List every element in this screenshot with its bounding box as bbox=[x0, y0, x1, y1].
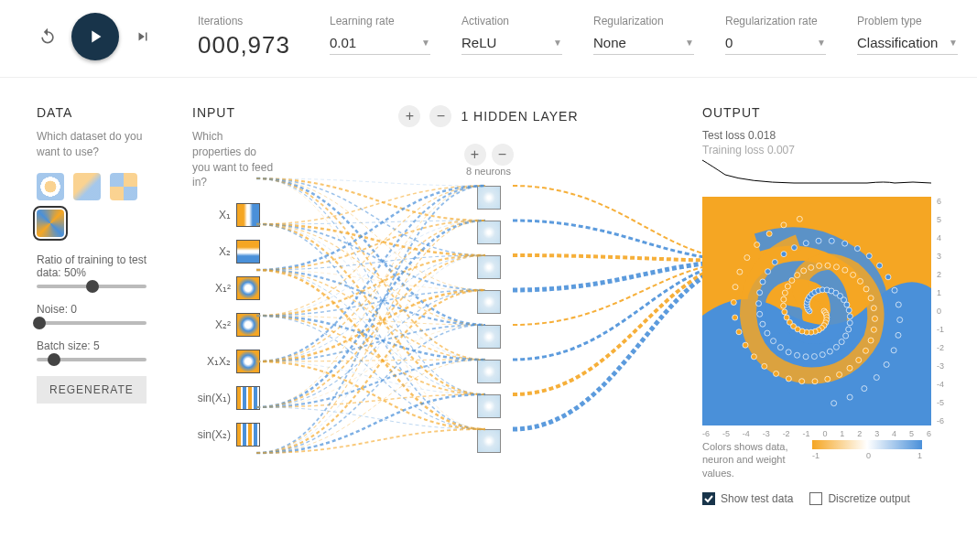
feature-3[interactable]: X₂² bbox=[192, 313, 275, 337]
svg-point-84 bbox=[833, 344, 839, 350]
svg-point-93 bbox=[765, 330, 770, 336]
legend-mid: 0 bbox=[866, 451, 871, 460]
ratio-label: Ratio of training to test data: 50% bbox=[37, 253, 156, 279]
svg-point-95 bbox=[757, 311, 763, 317]
svg-point-19 bbox=[781, 303, 787, 308]
svg-point-38 bbox=[868, 338, 874, 343]
legend-text: Colors shows data, neuron and weight val… bbox=[702, 440, 803, 479]
dataset-spiral[interactable] bbox=[37, 210, 64, 237]
learning-rate-select[interactable]: Learning rate 0.01▼ bbox=[330, 15, 430, 59]
tick: -4 bbox=[743, 429, 750, 438]
select-value: 0 bbox=[725, 35, 733, 50]
svg-point-90 bbox=[786, 350, 791, 355]
slider-thumb[interactable] bbox=[86, 280, 99, 293]
feature-1[interactable]: X₂ bbox=[192, 240, 275, 264]
dataset-picker bbox=[37, 173, 156, 237]
tick: 3 bbox=[937, 252, 944, 261]
problem-type-select[interactable]: Problem type Classification▼ bbox=[857, 15, 958, 59]
neuron-1[interactable] bbox=[477, 221, 501, 244]
remove-neuron-button[interactable]: − bbox=[492, 144, 514, 166]
select-value: ReLU bbox=[461, 35, 496, 50]
feature-0[interactable]: X₁ bbox=[192, 203, 275, 227]
input-subtitle: Which properties do you want to feed in? bbox=[192, 129, 275, 190]
svg-point-27 bbox=[817, 263, 822, 268]
dataset-circle[interactable] bbox=[37, 173, 64, 200]
svg-point-100 bbox=[772, 259, 777, 264]
svg-point-92 bbox=[771, 339, 776, 344]
svg-point-88 bbox=[803, 354, 809, 360]
layers-text: 1 HIDDEN LAYER bbox=[461, 109, 578, 124]
svg-point-46 bbox=[786, 376, 791, 382]
tick: -3 bbox=[937, 361, 944, 371]
feature-4[interactable]: X₁X₂ bbox=[192, 350, 275, 373]
tick: 5 bbox=[937, 215, 944, 224]
svg-point-120 bbox=[831, 401, 837, 406]
batch-slider[interactable] bbox=[37, 358, 147, 361]
regularization-select[interactable]: Regularization None▼ bbox=[593, 15, 694, 59]
neuron-0[interactable] bbox=[477, 186, 501, 210]
remove-layer-button[interactable]: − bbox=[429, 105, 451, 127]
neuron-5[interactable] bbox=[477, 360, 501, 383]
add-layer-button[interactable]: + bbox=[398, 105, 420, 127]
svg-point-16 bbox=[787, 319, 792, 325]
ratio-slider[interactable] bbox=[37, 285, 147, 288]
dataset-gauss[interactable] bbox=[73, 173, 101, 200]
regenerate-button[interactable]: REGENERATE bbox=[37, 376, 147, 404]
neuron-2[interactable] bbox=[477, 255, 501, 279]
tick: -1 bbox=[803, 429, 810, 438]
color-legend: Colors shows data, neuron and weight val… bbox=[702, 440, 940, 479]
step-button[interactable] bbox=[132, 26, 154, 48]
neuron-3[interactable] bbox=[477, 290, 501, 314]
chevron-down-icon: ▼ bbox=[949, 38, 958, 48]
slider-thumb[interactable] bbox=[48, 353, 60, 366]
neuron-4[interactable] bbox=[477, 325, 501, 349]
discretize-checkbox[interactable]: Discretize output bbox=[809, 492, 909, 505]
feature-label: X₁² bbox=[192, 282, 231, 295]
dataset-xor[interactable] bbox=[110, 173, 137, 200]
select[interactable]: 0.01▼ bbox=[330, 31, 430, 55]
neuron-7[interactable] bbox=[477, 429, 501, 453]
svg-point-56 bbox=[744, 255, 750, 261]
svg-point-21 bbox=[782, 290, 787, 296]
svg-point-86 bbox=[820, 352, 825, 358]
play-button[interactable] bbox=[71, 13, 119, 60]
slider-thumb[interactable] bbox=[33, 317, 46, 329]
activation-select[interactable]: Activation ReLU▼ bbox=[461, 15, 562, 59]
svg-point-17 bbox=[784, 315, 789, 320]
select[interactable]: 0▼ bbox=[725, 31, 826, 55]
svg-point-83 bbox=[839, 339, 844, 345]
neuron-6[interactable] bbox=[477, 394, 501, 418]
output-heatmap: -6-5-4-3-2-10123456 -6-5-4-3-2-10123456 bbox=[702, 197, 931, 425]
add-neuron-button[interactable]: + bbox=[464, 144, 486, 166]
check-label: Show test data bbox=[721, 492, 793, 505]
tick: 4 bbox=[937, 233, 944, 242]
feature-6[interactable]: sin(X₂) bbox=[192, 423, 275, 447]
svg-point-42 bbox=[837, 372, 842, 377]
data-subtitle: Which dataset do you want to use? bbox=[37, 129, 156, 160]
input-title: INPUT bbox=[192, 105, 275, 120]
svg-point-22 bbox=[785, 284, 790, 289]
chevron-down-icon: ▼ bbox=[685, 38, 694, 48]
svg-point-94 bbox=[760, 321, 765, 327]
heatmap-svg bbox=[702, 197, 931, 425]
svg-point-53 bbox=[731, 299, 736, 305]
reset-button[interactable] bbox=[37, 26, 59, 48]
show-test-checkbox[interactable]: Show test data bbox=[702, 492, 793, 505]
test-loss-value: 0.018 bbox=[748, 129, 776, 142]
gradient-labels: -1 0 1 bbox=[812, 451, 922, 460]
feature-5[interactable]: sin(X₁) bbox=[192, 386, 275, 410]
svg-point-25 bbox=[801, 268, 807, 274]
regularization-rate-select[interactable]: Regularization rate 0▼ bbox=[725, 15, 826, 59]
svg-point-96 bbox=[756, 301, 762, 307]
select[interactable]: None▼ bbox=[593, 31, 694, 55]
feature-list: X₁X₂X₁²X₂²X₁X₂sin(X₁)sin(X₂) bbox=[192, 203, 275, 447]
svg-point-82 bbox=[843, 333, 849, 339]
chevron-down-icon: ▼ bbox=[553, 38, 562, 48]
select[interactable]: Classification▼ bbox=[857, 31, 958, 55]
svg-point-31 bbox=[851, 272, 856, 277]
feature-2[interactable]: X₁² bbox=[192, 276, 275, 300]
select[interactable]: ReLU▼ bbox=[461, 31, 562, 55]
noise-slider[interactable] bbox=[37, 321, 147, 325]
svg-point-34 bbox=[868, 296, 874, 301]
param-label: Regularization rate bbox=[725, 15, 826, 27]
